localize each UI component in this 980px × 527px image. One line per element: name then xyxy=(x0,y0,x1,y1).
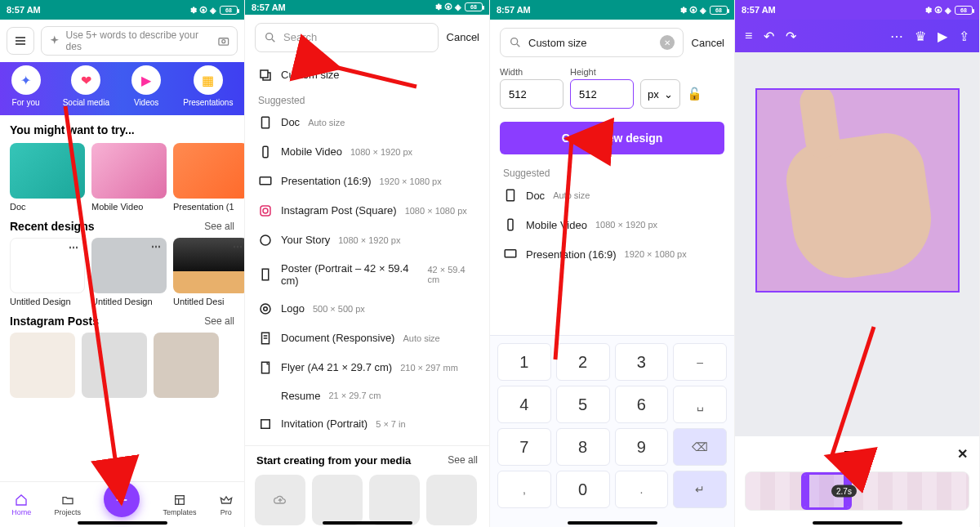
svg-rect-23 xyxy=(508,219,513,230)
see-all-recent[interactable]: See all xyxy=(204,221,234,232)
svg-rect-7 xyxy=(262,117,270,128)
list-item[interactable]: Your Story1080 × 1920 px xyxy=(245,226,489,255)
bottom-nav: Home Projects ＋ Templates Pro xyxy=(0,481,244,527)
thumb-presentation[interactable] xyxy=(173,143,244,199)
selected-frame[interactable] xyxy=(755,88,960,293)
home-indicator xyxy=(78,521,167,525)
custom-size-label: Custom size xyxy=(281,69,340,81)
timeline[interactable]: 2.7s xyxy=(745,471,969,511)
chip-presentations[interactable]: ▦Presentations xyxy=(183,65,233,107)
status-bar: 8:57 AM ✽ ⦿ ◈ 68 xyxy=(245,0,489,15)
list-item[interactable]: Instagram Post (Square)1080 × 1080 px xyxy=(245,196,489,226)
crown-icon[interactable]: ♛ xyxy=(915,29,926,44)
list-item[interactable]: Mobile Video1080 × 1920 px xyxy=(245,137,489,167)
nav-projects[interactable]: Projects xyxy=(54,494,81,516)
canvas[interactable] xyxy=(735,52,979,436)
height-label: Height xyxy=(570,67,634,77)
list-item[interactable]: DocAuto size xyxy=(245,108,489,137)
cancel-button[interactable]: Cancel xyxy=(447,31,479,43)
list-item[interactable]: Presentation (16:9)1920 × 1080 px xyxy=(245,167,489,196)
mobile-icon xyxy=(258,145,273,159)
nav-pro[interactable]: Pro xyxy=(220,494,233,516)
presentation-icon xyxy=(503,247,518,261)
upload-tile[interactable] xyxy=(255,475,305,525)
key-dash[interactable]: – xyxy=(673,343,727,381)
share-icon[interactable]: ⇪ xyxy=(959,29,969,44)
key[interactable]: 9 xyxy=(615,428,669,466)
story-icon xyxy=(258,233,273,248)
key[interactable]: 1 xyxy=(497,343,551,381)
key-dot[interactable]: . xyxy=(615,471,669,508)
key-space[interactable]: ␣ xyxy=(673,386,727,423)
undo-icon[interactable]: ↶ xyxy=(764,29,774,44)
recent-row[interactable]: ⋯Untitled Design ⋯Untitled Design ⋯Untit… xyxy=(0,236,244,308)
play-icon[interactable]: ▶ xyxy=(938,29,947,44)
list-item[interactable]: Document (Responsive)Auto size xyxy=(245,324,489,353)
thumb-ig[interactable] xyxy=(154,333,219,398)
key[interactable]: 0 xyxy=(556,471,610,508)
see-all-media[interactable]: See all xyxy=(448,454,478,466)
list-item[interactable]: Logo500 × 500 px xyxy=(245,294,489,324)
custom-size-row[interactable]: Custom size xyxy=(245,60,489,90)
cancel-button[interactable]: Cancel xyxy=(692,37,724,49)
list-item[interactable]: Resume21 × 29.7 cm xyxy=(245,382,489,409)
thumb-doc[interactable] xyxy=(10,143,85,199)
width-input[interactable] xyxy=(500,79,564,109)
list-item[interactable]: DocAuto size xyxy=(490,181,734,210)
more-icon[interactable]: ⋯ xyxy=(890,29,903,44)
key[interactable]: 8 xyxy=(556,428,610,466)
search-input[interactable]: Custom size ✕ xyxy=(500,28,684,57)
doc-icon xyxy=(503,188,518,203)
nav-home[interactable]: Home xyxy=(11,494,31,516)
thumb-recent[interactable]: ⋯ xyxy=(91,238,167,293)
lock-icon[interactable]: 🔓 xyxy=(687,79,702,109)
thumb-ig[interactable] xyxy=(10,333,75,398)
list-item[interactable]: Flyer (A4 21 × 29.7 cm)210 × 297 mm xyxy=(245,353,489,382)
key-comma[interactable]: , xyxy=(497,471,551,508)
search-input[interactable]: Search xyxy=(255,23,439,52)
key[interactable]: 7 xyxy=(497,428,551,466)
key[interactable]: 4 xyxy=(497,386,551,423)
thumb-ig[interactable] xyxy=(82,333,147,398)
key[interactable]: 2 xyxy=(556,343,610,381)
height-input[interactable] xyxy=(570,79,634,109)
redo-icon[interactable]: ↷ xyxy=(786,29,796,44)
media-row[interactable] xyxy=(245,471,489,527)
close-icon[interactable]: ✕ xyxy=(957,446,968,462)
thumb-mobile-video[interactable] xyxy=(91,143,167,199)
key-enter[interactable]: ↵ xyxy=(673,471,727,508)
media-tile[interactable] xyxy=(369,475,420,525)
media-tile[interactable] xyxy=(426,475,477,525)
unit-select[interactable]: px⌄ xyxy=(640,79,680,109)
try-row[interactable]: Doc Mobile Video Presentation (1 xyxy=(0,141,244,213)
list-item[interactable]: Poster (Portrait – 42 × 59.4 cm)42 × 59.… xyxy=(245,255,489,294)
ig-row[interactable] xyxy=(0,331,244,400)
key[interactable]: 5 xyxy=(556,386,610,423)
list-item[interactable]: Mobile Video1080 × 1920 px xyxy=(490,210,734,239)
resize-icon xyxy=(258,68,273,83)
search-icon xyxy=(264,31,277,44)
chip-videos[interactable]: ▶Videos xyxy=(131,65,161,107)
create-design-button[interactable]: Create new design xyxy=(500,122,724,154)
list-item[interactable]: Presentation (16:9)1920 × 1080 px xyxy=(490,239,734,269)
thumb-recent[interactable]: ⋯ xyxy=(10,238,85,293)
search-input[interactable]: Use 5+ words to describe your des xyxy=(41,26,238,56)
status-bar: 8:57 AM ✽ ⦿ ◈ 68 xyxy=(735,0,979,20)
hamburger-menu[interactable] xyxy=(7,27,34,55)
media-tile[interactable] xyxy=(312,475,363,525)
thumb-recent[interactable]: ⋯ xyxy=(173,238,244,293)
poster-icon xyxy=(258,267,273,282)
svg-rect-24 xyxy=(505,250,516,257)
key[interactable]: 6 xyxy=(615,386,669,423)
nav-templates[interactable]: Templates xyxy=(163,494,197,516)
key[interactable]: 3 xyxy=(615,343,669,381)
fab-create[interactable]: ＋ xyxy=(104,481,140,517)
chip-for-you[interactable]: ✦For you xyxy=(11,65,41,107)
svg-point-15 xyxy=(264,307,268,311)
list-item[interactable]: Invitation (Portrait)5 × 7 in xyxy=(245,409,489,439)
key-backspace[interactable]: ⌫ xyxy=(673,428,727,466)
chip-social-media[interactable]: ❤Social media xyxy=(63,65,109,107)
clear-icon[interactable]: ✕ xyxy=(660,35,675,50)
menu-icon[interactable]: ≡ xyxy=(745,29,752,43)
see-all-ig[interactable]: See all xyxy=(204,315,234,327)
